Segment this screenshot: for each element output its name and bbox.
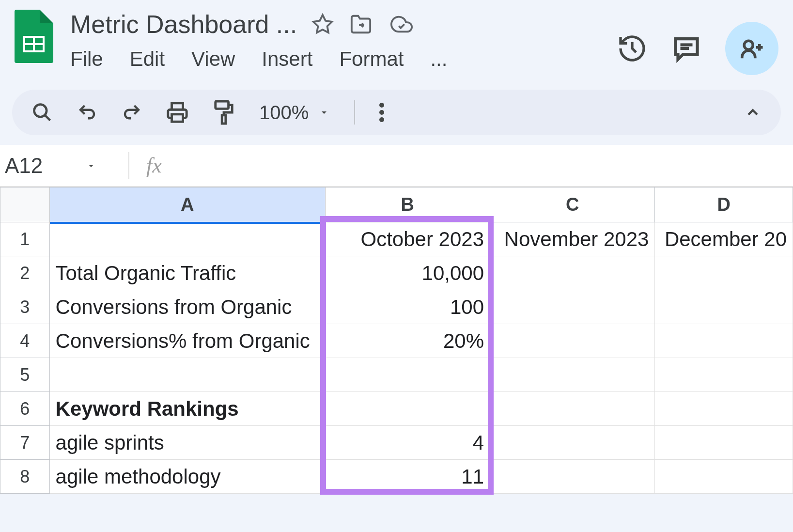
undo-icon[interactable]	[77, 102, 97, 123]
cell-b6[interactable]	[325, 392, 490, 426]
cloud-saved-icon[interactable]	[388, 13, 415, 35]
cell-a1[interactable]	[49, 222, 325, 256]
cell-a8[interactable]: agile methodology	[49, 460, 325, 494]
cell-c3[interactable]	[490, 290, 655, 324]
col-header-d[interactable]: D	[655, 188, 793, 222]
cell-b8[interactable]: 11	[325, 460, 490, 494]
cell-d4[interactable]	[655, 324, 793, 358]
sheets-logo[interactable]	[15, 10, 53, 63]
cell-b7[interactable]: 4	[325, 426, 490, 460]
col-header-a[interactable]: A	[49, 188, 325, 222]
menu-format[interactable]: Format	[339, 47, 404, 71]
title-row: Metric Dashboard ...	[70, 10, 617, 39]
menu-edit[interactable]: Edit	[130, 47, 165, 71]
toolbar-divider	[354, 100, 355, 125]
cell-d2[interactable]	[655, 256, 793, 290]
row-header-7[interactable]: 7	[0, 426, 50, 460]
select-all-corner[interactable]	[0, 188, 50, 222]
paint-format-icon[interactable]	[213, 99, 235, 125]
cell-a2[interactable]: Total Organic Traffic	[49, 256, 325, 290]
chevron-down-icon	[318, 107, 330, 118]
row-header-3[interactable]: 3	[0, 290, 50, 324]
collapse-toolbar-icon[interactable]	[744, 104, 762, 121]
svg-point-5	[34, 105, 47, 117]
cell-a7[interactable]: agile sprints	[49, 426, 325, 460]
cell-d3[interactable]	[655, 290, 793, 324]
cell-b2[interactable]: 10,000	[325, 256, 490, 290]
cell-c6[interactable]	[490, 392, 655, 426]
comments-icon[interactable]	[672, 34, 701, 63]
history-icon[interactable]	[617, 33, 648, 64]
more-tools-icon[interactable]	[379, 102, 384, 123]
search-icon[interactable]	[31, 102, 53, 123]
svg-rect-7	[172, 114, 183, 122]
cell-b1[interactable]: October 2023	[325, 222, 490, 256]
cell-c7[interactable]	[490, 426, 655, 460]
row-header-2[interactable]: 2	[0, 256, 50, 290]
zoom-control[interactable]: 100%	[259, 102, 330, 124]
cell-a4[interactable]: Conversions% from Organic	[49, 324, 325, 358]
menu-file[interactable]: File	[70, 47, 103, 71]
cell-b4[interactable]: 20%	[325, 324, 490, 358]
row-header-5[interactable]: 5	[0, 358, 50, 392]
menu-view[interactable]: View	[191, 47, 235, 71]
svg-point-12	[379, 117, 384, 122]
share-button[interactable]	[725, 22, 778, 75]
redo-icon[interactable]	[122, 102, 142, 123]
row-header-1[interactable]: 1	[0, 222, 50, 256]
svg-rect-8	[216, 101, 229, 109]
cell-c4[interactable]	[490, 324, 655, 358]
menu-more[interactable]: ...	[430, 47, 447, 71]
cell-d6[interactable]	[655, 392, 793, 426]
print-icon[interactable]	[166, 101, 188, 124]
header-bar: Metric Dashboard ... File Edit View Inse…	[0, 0, 793, 80]
right-controls	[617, 10, 778, 75]
row-header-4[interactable]: 4	[0, 324, 50, 358]
menu-bar: File Edit View Insert Format ...	[70, 47, 617, 71]
cell-c5[interactable]	[490, 358, 655, 392]
col-header-b[interactable]: B	[325, 188, 490, 222]
toolbar: 100%	[12, 90, 781, 135]
svg-point-11	[379, 110, 384, 115]
menu-insert[interactable]: Insert	[262, 47, 312, 71]
cell-b5[interactable]	[325, 358, 490, 392]
spreadsheet-grid: A B C D 1 October 2023 November 2023 Dec…	[0, 187, 793, 494]
grid-table: A B C D 1 October 2023 November 2023 Dec…	[0, 187, 793, 494]
cell-reference-bar: A12 fx	[0, 145, 793, 187]
doc-info: Metric Dashboard ... File Edit View Inse…	[70, 10, 617, 71]
row-header-6[interactable]: 6	[0, 392, 50, 426]
chevron-down-icon	[85, 160, 97, 172]
cell-b3[interactable]: 100	[325, 290, 490, 324]
star-icon[interactable]	[311, 13, 334, 35]
cell-a5[interactable]	[49, 358, 325, 392]
row-header-8[interactable]: 8	[0, 460, 50, 494]
cell-reference[interactable]: A12	[5, 154, 111, 178]
divider	[128, 152, 129, 179]
cell-c1[interactable]: November 2023	[490, 222, 655, 256]
svg-point-10	[379, 103, 384, 108]
cell-a3[interactable]: Conversions from Organic	[49, 290, 325, 324]
cell-d7[interactable]	[655, 426, 793, 460]
cell-ref-value: A12	[5, 154, 43, 178]
cell-d5[interactable]	[655, 358, 793, 392]
cell-d8[interactable]	[655, 460, 793, 494]
move-folder-icon[interactable]	[348, 13, 373, 35]
cell-c2[interactable]	[490, 256, 655, 290]
doc-title[interactable]: Metric Dashboard ...	[70, 10, 297, 39]
cell-d1[interactable]: December 20	[655, 222, 793, 256]
col-header-c[interactable]: C	[490, 188, 655, 222]
cell-a6[interactable]: Keyword Rankings	[49, 392, 325, 426]
svg-rect-9	[222, 115, 226, 124]
cell-c8[interactable]	[490, 460, 655, 494]
svg-point-2	[744, 41, 753, 49]
svg-line-6	[45, 115, 50, 121]
fx-label: fx	[146, 153, 162, 178]
zoom-value: 100%	[259, 102, 309, 124]
